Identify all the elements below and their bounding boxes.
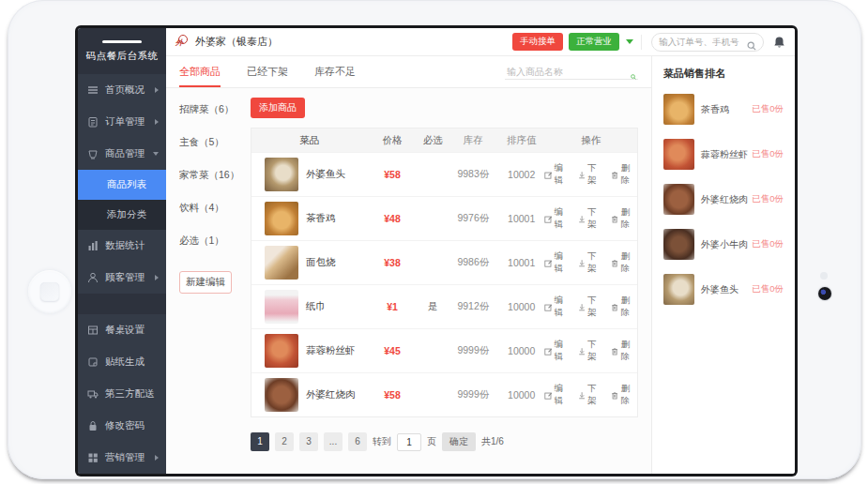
ranking-sold-badge: 已售0份 [752, 103, 784, 115]
dish-price: ¥45 [367, 345, 417, 356]
off-shelf-button[interactable]: 下架 [578, 162, 604, 187]
total-pages-label: 共1/6 [481, 435, 504, 448]
chevron-right-icon [155, 275, 159, 280]
chevron-right-icon [155, 87, 159, 93]
dish-name: 面包烧 [306, 256, 336, 269]
new-edit-button[interactable]: 新建编辑 [179, 271, 232, 294]
sidebar-item-third-party-delivery[interactable]: 第三方配送 [78, 378, 166, 410]
off-shelf-button[interactable]: 下架 [578, 206, 604, 231]
notification-bell-icon[interactable] [773, 36, 785, 49]
tab-off-shelf[interactable]: 已经下架 [247, 56, 288, 87]
dish-name: 外婆鱼头 [306, 168, 345, 181]
sidebar-item-change-password[interactable]: 修改密码 [78, 410, 166, 442]
page-button-2[interactable]: 2 [275, 432, 294, 451]
page-button-6[interactable]: 6 [348, 432, 367, 451]
sidebar-item-label: 数据统计 [105, 239, 145, 252]
sidebar-item-label: 商品列表 [107, 178, 146, 191]
edit-button[interactable]: 编辑 [544, 383, 571, 407]
category-item-drinks[interactable]: 饮料（4） [179, 202, 247, 215]
ranking-dish-name: 外婆小牛肉 [701, 238, 752, 251]
dish-sort-value: 10001 [498, 213, 544, 224]
table-grid-icon [87, 325, 99, 336]
category-item-required[interactable]: 必选（1） [179, 234, 247, 248]
delete-button[interactable]: 删除 [611, 206, 637, 231]
category-item-staple[interactable]: 主食（5） [179, 136, 247, 149]
delete-button[interactable]: 删除 [611, 383, 637, 407]
sidebar-item-home-overview[interactable]: 首页概况 [78, 74, 166, 106]
category-item-signature[interactable]: 招牌菜（6） [179, 103, 247, 116]
grid-icon [87, 452, 99, 463]
page-button-1[interactable]: 1 [251, 432, 269, 451]
business-status-button[interactable]: 正常营业 [569, 33, 619, 51]
page-unit-label: 页 [427, 435, 436, 448]
sales-ranking-panel: 菜品销售排名 茶香鸡 已售0份 蒜蓉粉丝虾 已售0份 [652, 56, 795, 474]
dish-price: ¥1 [367, 301, 417, 312]
sidebar-submenu: 商品列表 添加分类 [78, 170, 166, 230]
off-shelf-button[interactable]: 下架 [578, 339, 604, 363]
page-button-3[interactable]: 3 [299, 432, 318, 451]
dish-photo [265, 290, 298, 324]
off-shelf-button[interactable]: 下架 [578, 250, 604, 275]
status-chevron-down-icon[interactable] [626, 39, 633, 44]
off-shelf-button[interactable]: 下架 [578, 383, 604, 407]
edit-button[interactable]: 编辑 [544, 250, 571, 275]
tab-all-products[interactable]: 全部商品 [179, 56, 221, 87]
user-icon [87, 272, 99, 283]
ranking-dish-name: 茶香鸡 [701, 103, 752, 116]
delete-button[interactable]: 删除 [611, 162, 637, 187]
dish-photo [663, 184, 694, 215]
delete-button[interactable]: 删除 [611, 295, 637, 319]
goods-icon [87, 148, 99, 159]
dish-photo [265, 378, 298, 412]
tablet-screen: 外 外婆家 码点餐后台系统 首页概况 订单管理 [75, 25, 798, 476]
sidebar-item-product-list[interactable]: 商品列表 [78, 170, 166, 200]
category-item-home-style[interactable]: 家常菜（16） [179, 169, 247, 182]
chevron-right-icon [155, 455, 159, 461]
dish-sort-value: 10000 [498, 301, 544, 312]
edit-button[interactable]: 编辑 [544, 162, 571, 187]
product-column: 添加商品 菜品 价格 必选 库存 排序值 操作 [247, 88, 651, 474]
edit-button[interactable]: 编辑 [544, 206, 571, 231]
table-row: 外婆红烧肉 ¥58 9999份 10000 编辑 下架 删除 [251, 372, 637, 416]
ranking-item: 外婆小牛肉 已售0份 [663, 229, 784, 260]
sidebar-item-sticker-generation[interactable]: 贴纸生成 [78, 346, 166, 378]
goto-confirm-button[interactable]: 确定 [442, 432, 476, 451]
sidebar-item-product-management[interactable]: 商品管理 [78, 138, 166, 170]
sidebar-item-label: 顾客管理 [105, 271, 145, 284]
dish-price: ¥58 [367, 389, 417, 401]
product-search-icon[interactable] [631, 67, 636, 77]
goto-page-input[interactable] [397, 433, 421, 451]
dish-sort-value: 10000 [498, 345, 544, 356]
edit-button[interactable]: 编辑 [544, 295, 571, 319]
header-stock: 库存 [449, 134, 498, 147]
edit-button[interactable]: 编辑 [544, 339, 571, 363]
delete-button[interactable]: 删除 [611, 339, 637, 363]
search-icon[interactable] [747, 38, 756, 47]
sidebar-item-customer-management[interactable]: 顾客管理 [78, 262, 166, 294]
store-logo-icon: 外 [175, 35, 190, 49]
table-header-row: 菜品 价格 必选 库存 排序值 操作 [251, 129, 637, 152]
sidebar-item-data-statistics[interactable]: 数据统计 [78, 230, 166, 262]
sidebar-item-table-settings[interactable]: 餐桌设置 [78, 314, 166, 346]
manual-order-button[interactable]: 手动接单 [512, 33, 563, 51]
order-search-input[interactable] [659, 37, 741, 47]
tab-low-stock[interactable]: 库存不足 [314, 56, 356, 87]
sidebar-item-add-category[interactable]: 添加分类 [78, 200, 166, 230]
sidebar-item-order-management[interactable]: 订单管理 [78, 106, 166, 138]
dish-photo [265, 334, 298, 368]
ranking-item: 蒜蓉粉丝虾 已售0份 [663, 139, 784, 170]
ranking-item: 外婆鱼头 已售0份 [663, 274, 784, 305]
ranking-dish-name: 外婆鱼头 [701, 283, 752, 296]
dish-photo [265, 158, 298, 191]
ranking-dish-name: 外婆红烧肉 [701, 193, 752, 206]
orders-icon [87, 116, 99, 128]
delete-button[interactable]: 删除 [611, 250, 637, 275]
add-product-button[interactable]: 添加商品 [251, 98, 305, 118]
product-search-input[interactable] [507, 67, 631, 77]
sidebar-item-marketing-management[interactable]: 营销管理 [78, 442, 166, 474]
sidebar-item-label: 贴纸生成 [105, 355, 145, 369]
dish-name: 纸巾 [306, 300, 326, 313]
product-table: 菜品 价格 必选 库存 排序值 操作 外婆鱼 [251, 128, 638, 417]
off-shelf-button[interactable]: 下架 [578, 295, 604, 319]
sidebar-item-label: 第三方配送 [105, 387, 155, 401]
